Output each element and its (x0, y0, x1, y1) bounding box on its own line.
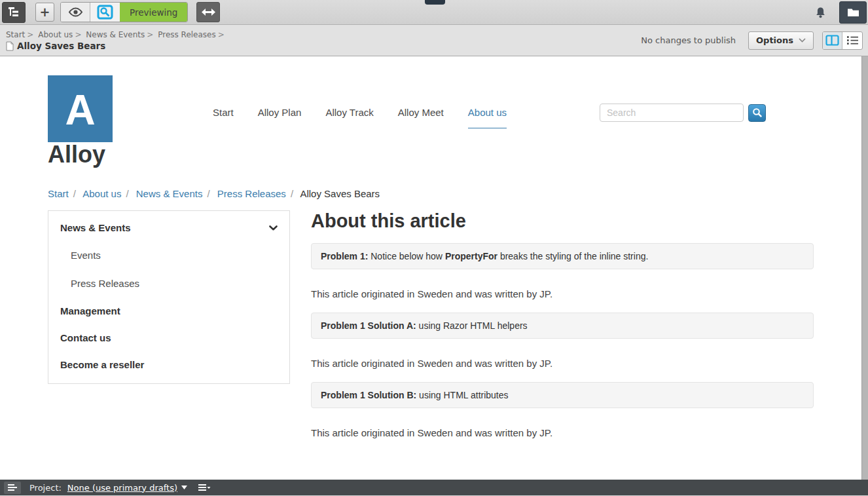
search-icon (752, 107, 763, 118)
side-menu-item[interactable]: Events (59, 241, 279, 269)
project-menu-icon (198, 484, 211, 491)
project-selection: None (use primary drafts) (67, 483, 177, 493)
breadcrumb-item[interactable]: About us (38, 30, 73, 39)
page-title: Alloy Saves Bears (17, 41, 105, 51)
breadcrumb-separator: > (75, 30, 81, 39)
side-menu-label: Press Releases (71, 278, 139, 289)
context-actions-block: No changes to publish Options (641, 31, 868, 50)
nav-link[interactable]: About us (468, 107, 507, 128)
logo-wordmark: Alloy (48, 143, 213, 166)
project-label: Project: (29, 483, 62, 493)
breadcrumb: Start> About us> News & Events> Press Re… (6, 29, 226, 41)
side-menu-label: Events (71, 250, 101, 261)
current-page-title-row: Alloy Saves Bears (6, 41, 226, 51)
side-menu-label: News & Events (60, 222, 131, 233)
add-content-button[interactable]: + (35, 3, 54, 22)
caret-down-icon (181, 486, 187, 489)
problem-callout: Problem 1 Solution A: using Razor HTML h… (311, 313, 814, 339)
side-menu-item[interactable]: Press Releases (59, 269, 279, 297)
breadcrumb-link[interactable]: News & Events (136, 188, 203, 199)
page-icon (6, 41, 14, 51)
logo-letter: A (65, 89, 95, 131)
section-side-menu: News & Events Events Press Releases (48, 210, 290, 384)
split-view-icon (825, 35, 839, 46)
site-header: A Alloy Start Alloy Plan Alloy Track All… (48, 56, 814, 166)
list-view-toggle[interactable] (842, 32, 862, 49)
problem-callout: Problem 1: Notice below how PropertyFor … (311, 243, 814, 269)
article-paragraph: This article originated in Sweden and wa… (311, 427, 814, 438)
options-label: Options (756, 35, 793, 45)
chevron-down-icon (799, 38, 806, 43)
problem-callout: Problem 1 Solution B: using HTML attribu… (311, 382, 814, 408)
breadcrumb-separator: > (147, 30, 153, 39)
page-tree-icon (8, 7, 20, 18)
side-menu-item[interactable]: Contact us (59, 324, 279, 351)
side-menu-label: Management (60, 305, 120, 316)
search-button[interactable] (748, 104, 766, 122)
nav-link[interactable]: Start (213, 107, 234, 128)
project-bar: Project: None (use primary drafts) (0, 480, 868, 495)
site-main-nav: Start Alloy Plan Alloy Track Alloy Meet … (213, 107, 507, 128)
toggle-edit-view-button[interactable] (61, 3, 90, 22)
previewing-label: Previewing (130, 7, 177, 18)
nav-link[interactable]: Alloy Plan (258, 107, 302, 128)
article-blocks: Problem 1: Notice below how PropertyFor … (311, 243, 814, 438)
search-input[interactable] (600, 104, 744, 122)
assets-panel-toggle-button[interactable] (839, 1, 867, 24)
compare-arrows-icon (202, 9, 215, 16)
notification-drawer-handle[interactable] (425, 0, 445, 5)
side-menu-label: Become a reseller (60, 359, 144, 370)
breadcrumb-item[interactable]: Start (6, 30, 25, 39)
site-preview-frame: A Alloy Start Alloy Plan Alloy Track All… (0, 56, 868, 480)
view-toggle-group (822, 31, 863, 50)
side-menu-label: Contact us (60, 332, 111, 343)
nav-link[interactable]: Alloy Meet (398, 107, 444, 128)
project-options-menu-button[interactable] (198, 484, 211, 491)
toolbar-right-group (809, 1, 868, 24)
cms-context-bar: Start> About us> News & Events> Press Re… (0, 25, 868, 56)
context-breadcrumb-block: Start> About us> News & Events> Press Re… (0, 29, 226, 51)
site-breadcrumb-links: Start/ About us/ News & Events/ Press Re… (48, 188, 300, 199)
plus-icon: + (40, 6, 50, 18)
breadcrumb-item[interactable]: Press Releases (158, 30, 216, 39)
eye-icon (67, 7, 84, 17)
project-bar-toggle-button[interactable] (4, 482, 21, 494)
preview-scrollbar[interactable] (861, 56, 868, 480)
preview-mode-button[interactable] (90, 3, 120, 22)
site-logo[interactable]: A Alloy (48, 75, 213, 166)
breadcrumb-separator: / (73, 188, 76, 199)
view-mode-group: Previewing (60, 2, 188, 22)
article-paragraph: This article originated in Sweden and wa… (311, 288, 814, 299)
assets-folder-icon (847, 8, 859, 17)
breadcrumb-separator: / (207, 188, 209, 199)
side-menu-item[interactable]: Management (59, 297, 279, 324)
breadcrumb-separator: / (126, 188, 128, 199)
list-view-icon (846, 35, 859, 45)
split-view-toggle[interactable] (823, 32, 842, 49)
publish-status-text: No changes to publish (641, 35, 736, 45)
breadcrumb-link[interactable]: Press Releases (217, 188, 286, 199)
breadcrumb-item[interactable]: News & Events (86, 30, 145, 39)
site-search (600, 104, 814, 122)
compare-versions-button[interactable] (196, 2, 220, 22)
breadcrumb-current-page: Alloy Saves Bears (300, 188, 380, 199)
breadcrumb-separator: / (291, 188, 293, 199)
preview-magnifier-icon (97, 5, 113, 20)
breadcrumb-separator: > (218, 30, 225, 39)
bell-icon (815, 7, 826, 18)
notifications-button[interactable] (809, 7, 831, 18)
article-content: About this article Problem 1: Notice bel… (311, 210, 814, 452)
side-menu-item[interactable]: News & Events (59, 214, 279, 241)
side-menu-item[interactable]: Become a reseller (59, 351, 279, 378)
cms-top-toolbar: + Previewing (0, 0, 868, 25)
nav-link[interactable]: Alloy Track (325, 107, 373, 128)
project-selector[interactable]: None (use primary drafts) (67, 483, 187, 493)
previewing-status-badge[interactable]: Previewing (120, 3, 187, 22)
breadcrumb-link[interactable]: About us (82, 188, 121, 199)
project-bar-toggle-icon (7, 484, 18, 491)
options-button[interactable]: Options (748, 31, 814, 50)
breadcrumb-separator: > (27, 30, 33, 39)
breadcrumb-link[interactable]: Start (48, 188, 69, 199)
site-breadcrumb: Start/ About us/ News & Events/ Press Re… (48, 188, 814, 199)
page-tree-toggle-button[interactable] (2, 2, 26, 23)
